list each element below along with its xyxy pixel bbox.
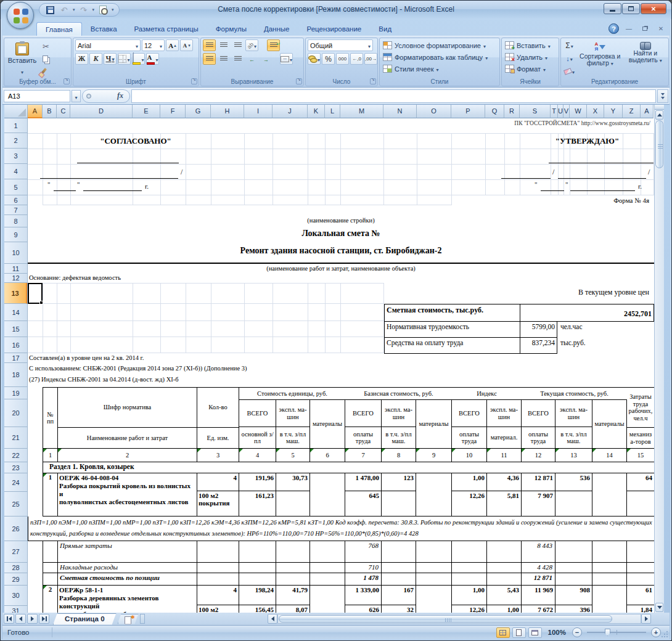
column-header-Q-16[interactable]: Q [485, 105, 504, 118]
cut-button[interactable] [40, 41, 65, 52]
find-select-button[interactable]: Найти и выделить [625, 39, 666, 77]
row-header-17[interactable]: 17 [4, 353, 27, 363]
fill-color-button[interactable] [132, 53, 145, 65]
number-dialog-launcher[interactable] [370, 78, 376, 84]
copy-button[interactable] [40, 53, 65, 64]
column-header-L-11[interactable]: L [325, 105, 340, 118]
cell-styles-button[interactable]: Стили ячеек [382, 63, 498, 75]
row-header-2[interactable]: 2 [4, 133, 27, 149]
fill-button[interactable] [563, 52, 576, 64]
column-header-A-26[interactable]: A [641, 105, 654, 118]
format-as-table-button[interactable]: Форматировать как таблицу [382, 51, 498, 63]
row-header-28[interactable]: 28 [4, 563, 27, 573]
column-header-B-1[interactable]: B [43, 105, 57, 118]
row-header-19[interactable]: 19 [4, 387, 27, 399]
tab-view[interactable]: Вид [370, 22, 400, 36]
cells-layer[interactable]: ПК "ГОССТРОЙСМЕТА" http://www.gosstroysm… [28, 118, 654, 613]
align-middle-button[interactable] [217, 39, 230, 51]
tab-insert[interactable]: Вставка [82, 22, 126, 36]
number-format-select[interactable]: Общий [308, 39, 373, 51]
column-header-I-8[interactable]: I [244, 105, 272, 118]
font-size-select[interactable]: 12 [142, 39, 165, 51]
column-header-V-21[interactable]: V [563, 105, 570, 118]
formula-input[interactable] [131, 89, 656, 103]
orientation-button[interactable]: ab [245, 39, 258, 51]
row-header-20[interactable]: 20 [4, 399, 27, 427]
column-header-N-13[interactable]: N [383, 105, 417, 118]
row-header-14[interactable]: 14 [4, 304, 27, 321]
zoom-out-button[interactable]: − [572, 627, 582, 637]
maximize-button[interactable] [622, 3, 640, 14]
save-button[interactable] [44, 4, 55, 15]
zoom-slider[interactable] [587, 632, 646, 633]
row-header-3[interactable]: 3 [4, 149, 27, 164]
row-header-23[interactable]: 23 [4, 462, 27, 473]
borders-button[interactable] [118, 53, 131, 65]
row-header-24[interactable]: 24 [4, 473, 27, 492]
row-header-16[interactable]: 16 [4, 337, 27, 353]
font-name-select[interactable]: Arial [75, 39, 141, 51]
expand-formula-bar-button[interactable] [657, 89, 668, 103]
vertical-split-handle[interactable] [655, 105, 664, 110]
font-color-button[interactable] [146, 53, 159, 65]
first-sheet-button[interactable] [4, 614, 14, 624]
scroll-left-button[interactable] [268, 614, 277, 624]
scroll-down-button[interactable] [655, 603, 663, 612]
scroll-up-button[interactable] [655, 110, 663, 120]
vertical-scrollbar[interactable] [654, 105, 664, 613]
row-header-30[interactable]: 30 [4, 586, 27, 606]
column-header-T-19[interactable]: T [551, 105, 558, 118]
name-box-dropdown[interactable] [72, 90, 81, 102]
zoom-level[interactable]: 100% [548, 629, 566, 636]
tab-page-layout[interactable]: Разметка страницы [126, 22, 207, 36]
zoom-slider-thumb[interactable] [605, 629, 610, 636]
normal-view-button[interactable] [496, 627, 510, 638]
row-header-5[interactable]: 5 [4, 179, 27, 195]
column-header-U-20[interactable]: U [558, 105, 563, 118]
active-cell-a13[interactable] [28, 283, 43, 304]
shrink-font-button[interactable]: ▾ [180, 39, 193, 51]
row-header-25[interactable]: 25 [4, 492, 27, 516]
row-header-29[interactable]: 29 [4, 573, 27, 586]
redo-button[interactable] [78, 4, 89, 15]
column-header-E-4[interactable]: E [133, 105, 160, 118]
column-header-X-23[interactable]: X [587, 105, 604, 118]
workbook-close-button[interactable]: ✕ [655, 24, 667, 33]
row-header-27[interactable]: 27 [4, 541, 27, 563]
tab-home[interactable]: Главная [36, 22, 82, 36]
align-right-button[interactable] [231, 53, 244, 65]
column-header-S-18[interactable]: S [520, 105, 551, 118]
column-header-C-2[interactable]: C [57, 105, 70, 118]
row-header-10[interactable]: 10 [4, 242, 27, 264]
percent-button[interactable]: % [322, 53, 335, 65]
merge-center-button[interactable] [280, 53, 293, 65]
column-header-O-14[interactable]: O [417, 105, 451, 118]
sheet-tab-active[interactable]: Страница 0 [53, 613, 117, 625]
increase-indent-button[interactable] [260, 53, 272, 65]
row-header-8[interactable]: 8 [4, 215, 27, 227]
row-header-9[interactable]: 9 [4, 227, 27, 242]
insert-function-button[interactable]: fx [82, 89, 130, 103]
bold-button[interactable]: Ж [75, 53, 88, 65]
row-header-21[interactable]: 21 [4, 427, 27, 449]
column-header-H-7[interactable]: H [211, 105, 244, 118]
horizontal-scrollbar[interactable] [268, 614, 651, 624]
wrap-text-button[interactable] [267, 39, 280, 51]
column-header-D-3[interactable]: D [70, 105, 133, 118]
accounting-format-button[interactable] [308, 53, 321, 65]
format-painter-button[interactable] [40, 65, 65, 76]
column-header-A[interactable]: A [28, 105, 43, 118]
decrease-decimal-button[interactable]: ,00→ [364, 53, 377, 65]
next-sheet-button[interactable] [27, 614, 38, 624]
row-header-22[interactable]: 22 [4, 449, 27, 462]
conditional-formatting-button[interactable]: Условное форматирование [382, 39, 498, 51]
column-header-R-17[interactable]: R [504, 105, 520, 118]
grow-font-button[interactable]: ▴ [166, 39, 179, 51]
align-top-button[interactable] [203, 39, 216, 51]
insert-cells-button[interactable]: Вставить [504, 39, 557, 51]
row-header-7[interactable]: 7 [4, 205, 27, 215]
help-button[interactable]: ? [608, 23, 619, 34]
underline-button[interactable]: Ч [104, 53, 117, 65]
zoom-in-button[interactable]: + [651, 627, 661, 637]
column-header-Z-25[interactable]: Z [623, 105, 641, 118]
